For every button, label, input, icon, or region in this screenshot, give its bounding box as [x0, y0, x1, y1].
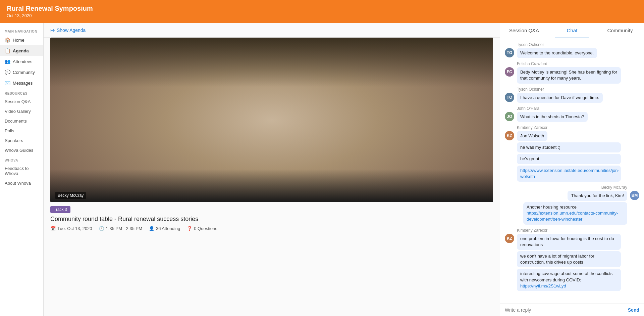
msg-bubble: What is in the sheds in Tionesta? [517, 112, 588, 122]
tab-chat[interactable]: Chat [548, 23, 596, 38]
session-title: Community round table - Rural renewal su… [50, 216, 493, 223]
msg-sender-name: Tyson Ochsner [517, 42, 639, 47]
sidebar-item-video-gallery[interactable]: Video Gallery [0, 106, 43, 116]
msg-continuation: he's great [517, 154, 621, 164]
session-date-item: 📅 Tue. Oct 13, 2020 [50, 226, 92, 231]
clock-icon: 🕐 [99, 226, 104, 231]
send-button[interactable]: Send [628, 307, 639, 313]
agenda-icon: 📋 [5, 48, 10, 53]
msg-continuation: https://www.extension.iastate.edu/commun… [517, 166, 621, 182]
session-attending: 36 Attending [156, 226, 180, 231]
msg-row: TOI have a question for Dave if we get t… [505, 93, 639, 103]
msg-row: FCBetty Motley is amazing! She has been … [505, 67, 639, 83]
msg-bubble: I have a question for Dave if we get tim… [517, 93, 603, 103]
video-scene [50, 38, 493, 202]
resources-label: RESOURCES [0, 88, 43, 97]
msg-bubble: Jon Wolseth [517, 131, 547, 141]
agenda-arrow-icon: ↦ [50, 27, 55, 33]
question-icon: ❓ [187, 226, 192, 231]
avatar: KZ [505, 131, 514, 140]
message-group-2: Tyson OchsnerTOI have a question for Dav… [505, 87, 639, 103]
home-icon: 🏠 [5, 37, 10, 43]
page-header: Rural Renewal Symposium Oct 13, 2020 [0, 0, 644, 23]
msg-row: KZone problem in Iowa for housing is the… [505, 234, 639, 250]
tab-community[interactable]: Community [596, 23, 644, 38]
event-title: Rural Renewal Symposium [7, 5, 637, 12]
session-questions: 0 Questions [194, 226, 217, 231]
chat-input[interactable] [505, 307, 625, 313]
sidebar-item-messages[interactable]: ✉️ Messages [0, 78, 43, 88]
msg-row: BMThank you for the link, Kim! [568, 191, 639, 201]
msg-sender-name: Felisha Crawford [517, 61, 639, 66]
tab-session-qa[interactable]: Session Q&A [500, 23, 548, 38]
calendar-icon: 📅 [50, 226, 56, 231]
session-date: Tue. Oct 13, 2020 [57, 226, 92, 231]
chat-input-row: Send [500, 304, 644, 316]
sidebar: MAIN NAVIGATION 🏠 Home 📋 Agenda 👥 Attend… [0, 23, 44, 316]
chat-messages: Tyson OchsnerTOWelcome to the roundtable… [500, 38, 644, 304]
sidebar-attendees-label: Attendees [13, 59, 33, 64]
message-group-1: Felisha CrawfordFCBetty Motley is amazin… [505, 61, 639, 83]
msg-bubble: Thank you for the link, Kim! [568, 191, 627, 201]
msg-sender-name: Kimberly Zarecor [517, 228, 639, 233]
session-meta: Track 3 ♡ 0 Likes Community round table … [44, 202, 500, 235]
community-icon: 💬 [5, 70, 10, 75]
sidebar-item-home[interactable]: 🏠 Home [0, 35, 43, 45]
msg-continuation: Another housing resource https://extensi… [523, 202, 627, 225]
message-group-5: Becky McCrayBMThank you for the link, Ki… [505, 185, 639, 225]
attendees-icon: 👥 [5, 59, 10, 64]
msg-sender-name: Becky McCray [601, 185, 627, 190]
sidebar-item-polls[interactable]: Polls [0, 126, 43, 136]
msg-row: JOWhat is in the sheds in Tionesta? [505, 112, 639, 122]
msg-continuation: we don't have a lot of migrant labor for… [517, 251, 621, 267]
sidebar-item-whova-guides[interactable]: Whova Guides [0, 145, 43, 155]
sidebar-item-community[interactable]: 💬 Community [0, 67, 43, 78]
message-group-4: Kimberly ZarecorKZJon Wolsethhe was my s… [505, 125, 639, 182]
sidebar-item-feedback[interactable]: Feedback to Whova [0, 164, 43, 178]
avatar: BM [630, 191, 639, 200]
sidebar-item-speakers[interactable]: Speakers [0, 136, 43, 145]
avatar: TO [505, 48, 514, 57]
messages-icon: ✉️ [5, 80, 10, 86]
session-info-row: 📅 Tue. Oct 13, 2020 🕐 1:35 PM - 2:35 PM … [50, 226, 493, 231]
sidebar-agenda-label: Agenda [13, 48, 29, 53]
show-agenda-button[interactable]: ↦ Show Agenda [44, 23, 500, 38]
avatar: KZ [505, 234, 514, 243]
chat-link[interactable]: https://extension.umn.edu/contacts-commu… [527, 211, 618, 222]
msg-sender-name: John O'Hara [517, 106, 639, 111]
message-group-0: Tyson OchsnerTOWelcome to the roundtable… [505, 42, 639, 58]
msg-sender-name: Kimberly Zarecor [517, 125, 639, 130]
avatar: FC [505, 67, 514, 77]
sidebar-item-session-qa[interactable]: Session Q&A [0, 97, 43, 106]
session-time: 1:35 PM - 2:35 PM [106, 226, 142, 231]
session-attending-item: 👤 36 Attending [149, 226, 180, 231]
event-date: Oct 13, 2020 [7, 13, 637, 18]
msg-bubble: Betty Motley is amazing! She has been fi… [517, 67, 621, 83]
sidebar-item-about-whova[interactable]: About Whova [0, 178, 43, 188]
body-container: MAIN NAVIGATION 🏠 Home 📋 Agenda 👥 Attend… [0, 23, 644, 316]
msg-row: TOWelcome to the roundtable, everyone. [505, 48, 639, 58]
msg-continuation: he was my student :) [517, 142, 621, 152]
video-container: Becky McCray [50, 38, 493, 202]
video-player[interactable]: Becky McCray [50, 38, 493, 202]
chat-panel: Session Q&A Chat Community Tyson Ochsner… [500, 23, 644, 316]
session-questions-item: ❓ 0 Questions [187, 226, 217, 231]
avatar: TO [505, 93, 514, 102]
sidebar-messages-label: Messages [13, 81, 33, 86]
chat-link[interactable]: https://www.extension.iastate.edu/commun… [520, 168, 619, 179]
msg-bubble: Welcome to the roundtable, everyone. [517, 48, 597, 58]
session-time-item: 🕐 1:35 PM - 2:35 PM [99, 226, 142, 231]
chat-tabs: Session Q&A Chat Community [500, 23, 644, 38]
message-group-3: John O'HaraJOWhat is in the sheds in Tio… [505, 106, 639, 122]
sidebar-item-agenda[interactable]: 📋 Agenda [0, 45, 43, 56]
track-badge: Track 3 [50, 206, 70, 213]
message-group-6: Kimberly ZarecorKZone problem in Iowa fo… [505, 228, 639, 291]
whova-label: WHOVA [0, 155, 43, 164]
sidebar-home-label: Home [13, 38, 24, 43]
sidebar-item-documents[interactable]: Documents [0, 116, 43, 126]
main-nav-label: MAIN NAVIGATION [0, 26, 43, 35]
show-agenda-label: Show Agenda [57, 28, 86, 33]
sidebar-item-attendees[interactable]: 👥 Attendees [0, 56, 43, 67]
chat-link[interactable]: https://nyti.ms/2S1wLyd [520, 283, 566, 288]
sidebar-community-label: Community [13, 70, 35, 75]
